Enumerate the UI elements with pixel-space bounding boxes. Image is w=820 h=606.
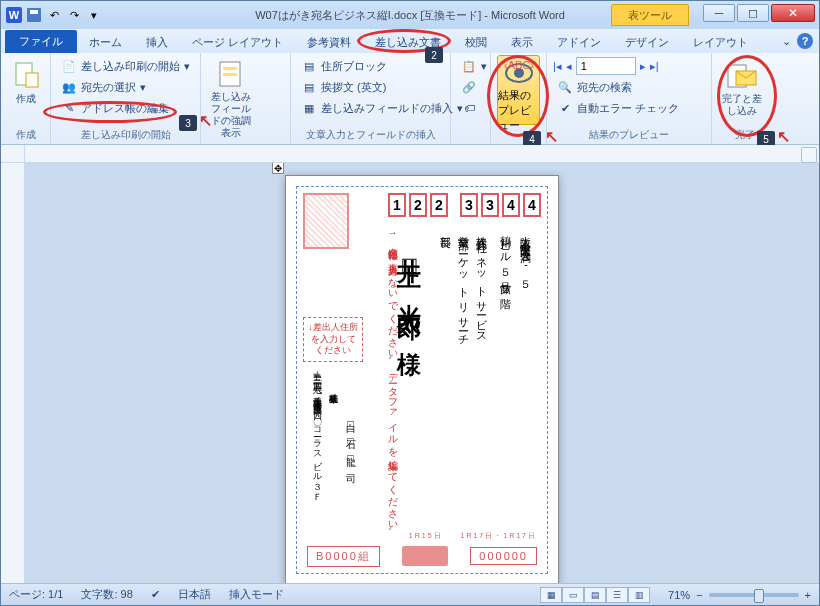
- barcode-caption: 1R15日 1R17日・1R17日: [307, 531, 537, 543]
- status-word-count[interactable]: 文字数: 98: [81, 587, 132, 602]
- word-icon: W: [5, 6, 23, 24]
- zoom-in-icon[interactable]: +: [805, 589, 811, 601]
- minimize-button[interactable]: ─: [703, 4, 735, 22]
- horizontal-ruler[interactable]: [25, 145, 819, 163]
- update-labels-button[interactable]: 🏷: [457, 99, 491, 117]
- svg-text:«ABC»: «ABC»: [504, 60, 534, 71]
- insert-merge-field-button[interactable]: ▦差し込みフィールドの挿入 ▾: [297, 99, 467, 117]
- table-anchor-icon[interactable]: ✥: [272, 163, 284, 174]
- status-mode[interactable]: 挿入モード: [229, 587, 284, 602]
- status-language[interactable]: 日本語: [178, 587, 211, 602]
- create-button[interactable]: 作成: [7, 55, 44, 125]
- close-button[interactable]: ✕: [771, 4, 815, 22]
- recipient-position: 部長: [438, 227, 453, 287]
- zip-code-boxes: 1 2 2 3 3 4 4: [388, 193, 541, 217]
- first-record-icon[interactable]: |◂: [553, 60, 562, 73]
- zoom-out-icon[interactable]: −: [696, 589, 702, 601]
- tab-design[interactable]: デザイン: [613, 31, 681, 53]
- zoom-slider[interactable]: [709, 593, 799, 597]
- stamp-area: [303, 193, 349, 249]
- zoom-control: 71% − +: [668, 589, 811, 601]
- undo-icon[interactable]: ↶: [45, 6, 63, 24]
- bottom-code-left: B0000組: [307, 546, 380, 567]
- match-fields-button[interactable]: 🔗: [457, 78, 491, 96]
- tab-addin[interactable]: アドイン: [545, 31, 613, 53]
- tab-view[interactable]: 表示: [499, 31, 545, 53]
- maximize-button[interactable]: ◻: [737, 4, 769, 22]
- last-record-icon[interactable]: ▸|: [650, 60, 659, 73]
- save-icon[interactable]: [25, 6, 43, 24]
- tab-insert[interactable]: 挿入: [134, 31, 180, 53]
- view-outline-icon[interactable]: ☰: [606, 587, 628, 603]
- preview-results-button[interactable]: «ABC»結果のプレビュー: [497, 55, 540, 125]
- group-start-label: 差し込み印刷の開始: [57, 126, 194, 144]
- greeting-line-button[interactable]: ▤挨拶文 (英文): [297, 78, 467, 96]
- status-bar: ページ: 1/1 文字数: 98 ✔ 日本語 挿入モード ▦ ▭ ▤ ☰ ▥ 7…: [1, 583, 819, 605]
- vertical-ruler[interactable]: [1, 163, 25, 583]
- next-record-icon[interactable]: ▸: [640, 60, 646, 73]
- svg-text:W: W: [9, 9, 20, 21]
- redo-icon[interactable]: ↷: [65, 6, 83, 24]
- tab-home[interactable]: ホーム: [77, 31, 134, 53]
- record-navigation: |◂ ◂ ▸ ▸|: [553, 57, 683, 75]
- tab-table-layout[interactable]: レイアウト: [681, 31, 760, 53]
- edit-recipient-list-button[interactable]: ✎アドレス帳の編集: [57, 99, 194, 117]
- document-area: ✥ 1 2 2 3 3 4 4: [1, 145, 819, 583]
- tab-page-layout[interactable]: ページ レイアウト: [180, 31, 295, 53]
- sender-name: 白□石□龍□司: [343, 415, 357, 535]
- ribbon-minimize-icon[interactable]: ⌄: [782, 35, 791, 48]
- postcard-logo: [402, 546, 448, 566]
- ruler-toggle-icon[interactable]: [801, 147, 817, 163]
- annotation-arrow-5: ↖: [777, 127, 790, 146]
- annotation-arrow-4: ↖: [545, 127, 558, 146]
- recipient-company: 株式会社□ネットサービス: [474, 227, 489, 417]
- rules-button[interactable]: 📋▾: [457, 57, 491, 75]
- tab-file[interactable]: ファイル: [5, 30, 77, 53]
- record-number-input[interactable]: [576, 57, 636, 75]
- help-icon[interactable]: ?: [797, 33, 813, 49]
- recipient-department: 営業部マーケットリサーチ: [456, 227, 471, 417]
- recipient-address-2: 鶴川ビル５号館２階: [498, 227, 513, 427]
- status-proofing-icon[interactable]: ✔: [151, 588, 160, 601]
- sender-warning-box: ↓差出人住所を入力してください: [303, 317, 363, 362]
- annotation-badge-3: 3: [179, 115, 197, 131]
- sender-address: 〒二三三‐四五六七 千葉県木更津市清見台東〇‐四‐〇 コーラスビル３Ｆ: [311, 367, 324, 537]
- contextual-tab-label: 表ツール: [611, 4, 689, 26]
- ribbon: 作成 作成 📄差し込み印刷の開始 ▾ 👥宛先の選択 ▾ ✎アドレス帳の編集 差し…: [1, 53, 819, 145]
- finish-merge-button[interactable]: 完了と差し込み: [718, 55, 766, 125]
- page: ✥ 1 2 2 3 3 4 4: [285, 175, 559, 583]
- view-print-layout-icon[interactable]: ▦: [540, 587, 562, 603]
- postcard-frame: 1 2 2 3 3 4 4 大阪市中央区西天満３‐５ 鶴川ビル５号館２階: [296, 186, 548, 574]
- svg-rect-5: [26, 73, 38, 87]
- find-recipient-button[interactable]: 🔍宛先の検索: [553, 78, 683, 96]
- tab-references[interactable]: 参考資料: [295, 31, 363, 53]
- quick-access-toolbar: W ↶ ↷ ▾: [5, 6, 103, 24]
- status-page[interactable]: ページ: 1/1: [9, 587, 63, 602]
- highlight-fields-button[interactable]: 差し込みフィールドの強調表示: [207, 55, 255, 125]
- view-fullscreen-icon[interactable]: ▭: [562, 587, 584, 603]
- ruler-corner: [1, 145, 25, 163]
- warning-text: →宛名情報は直接入力しないでください。データファイルを編集してください。: [385, 227, 399, 537]
- view-web-icon[interactable]: ▤: [584, 587, 606, 603]
- annotation-badge-2: 2: [425, 47, 443, 63]
- tab-review[interactable]: 校閲: [453, 31, 499, 53]
- document-canvas[interactable]: ✥ 1 2 2 3 3 4 4: [25, 163, 819, 583]
- qat-dropdown-icon[interactable]: ▾: [85, 6, 103, 24]
- group-preview-label: 結果のプレビュー: [553, 126, 705, 144]
- auto-check-errors-button[interactable]: ✔自動エラー チェック: [553, 99, 683, 117]
- window-title: W07はがき宛名ビジネス縦I.docx [互換モード] - Microsoft …: [255, 8, 565, 23]
- view-draft-icon[interactable]: ▥: [628, 587, 650, 603]
- ribbon-tabs: ファイル ホーム 挿入 ページ レイアウト 参考資料 差し込み文書 校閲 表示 …: [1, 29, 819, 53]
- svg-rect-7: [223, 67, 237, 70]
- view-buttons: ▦ ▭ ▤ ☰ ▥: [540, 587, 650, 603]
- title-bar: W ↶ ↷ ▾ W07はがき宛名ビジネス縦I.docx [互換モード] - Mi…: [1, 1, 819, 29]
- zoom-level[interactable]: 71%: [668, 589, 690, 601]
- annotation-arrow-3: ↖: [199, 111, 212, 130]
- select-recipients-button[interactable]: 👥宛先の選択 ▾: [57, 78, 194, 96]
- start-mail-merge-button[interactable]: 📄差し込み印刷の開始 ▾: [57, 57, 194, 75]
- bottom-code-right: 000000: [470, 547, 537, 565]
- group-create-label: 作成: [7, 126, 44, 144]
- prev-record-icon[interactable]: ◂: [566, 60, 572, 73]
- sender-company: 千葉株式会社: [327, 387, 340, 507]
- group-write-label: 文章入力とフィールドの挿入: [297, 126, 444, 144]
